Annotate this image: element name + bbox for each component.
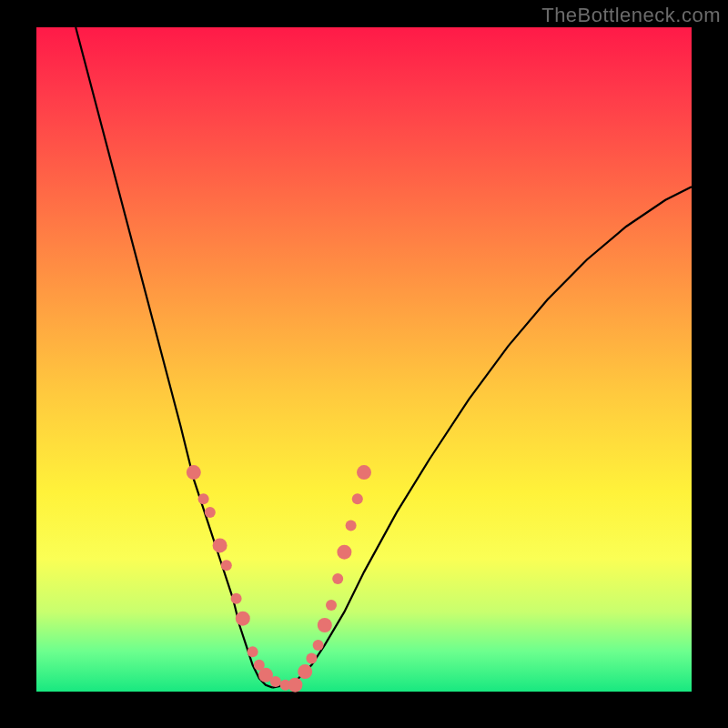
marker-dot bbox=[221, 560, 232, 571]
marker-dot bbox=[270, 676, 281, 687]
marker-dot bbox=[187, 465, 201, 480]
marker-dot bbox=[231, 593, 242, 604]
marker-dot bbox=[326, 600, 337, 611]
markers-right-cluster bbox=[298, 465, 371, 679]
marker-dot bbox=[357, 465, 371, 480]
marker-dot bbox=[313, 640, 324, 651]
marker-dot bbox=[298, 664, 312, 679]
marker-dot bbox=[306, 653, 317, 664]
markers-left-cluster bbox=[187, 465, 303, 693]
marker-dot bbox=[205, 507, 216, 518]
marker-dot bbox=[346, 521, 357, 531]
chart-svg bbox=[36, 27, 692, 692]
bottleneck-curve-left bbox=[76, 27, 272, 688]
marker-dot bbox=[198, 493, 209, 504]
marker-dot bbox=[352, 493, 363, 504]
marker-dot bbox=[288, 678, 302, 693]
marker-dot bbox=[213, 538, 228, 552]
chart-frame: TheBottleneck.com bbox=[0, 0, 728, 728]
bottleneck-curve-right bbox=[272, 187, 692, 687]
marker-dot bbox=[236, 612, 250, 626]
marker-dot bbox=[248, 646, 258, 657]
marker-dot bbox=[332, 573, 343, 584]
watermark-text: TheBottleneck.com bbox=[541, 4, 721, 27]
curve-group bbox=[76, 27, 692, 688]
marker-dot bbox=[318, 618, 332, 632]
marker-dot bbox=[337, 545, 351, 560]
